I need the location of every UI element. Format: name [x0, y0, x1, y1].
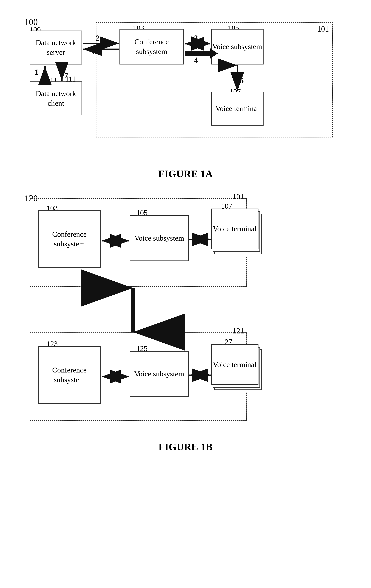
box-voice-terminal-1b-bottom: Voice terminal [211, 344, 263, 392]
box-voice-terminal-1b-top: Voice terminal [211, 209, 263, 256]
box-voice-subsystem-1b-top: Voice subsystem [130, 215, 189, 261]
figure-1b-diagram: 101 103 Conference subsystem 105 Voice s… [25, 193, 347, 431]
box-data-network-client: Data network client [30, 82, 82, 116]
figure-1b-container: 120 101 103 Conference subsystem 105 Voi… [25, 193, 347, 453]
box-voice-subsystem-1a: Voice subsystem [211, 29, 263, 64]
figure-1a-caption: FIGURE 1A [25, 168, 347, 180]
box-conference-subsystem-1a: Conference subsystem [120, 29, 184, 64]
box-voice-subsystem-1b-bottom: Voice subsystem [130, 351, 189, 397]
figure-1a-diagram: 101 109 Data network server 103 Conferen… [25, 17, 347, 161]
box-voice-terminal-1a-text: Voice terminal [215, 104, 259, 113]
stacked-voice-terminal-bottom: Voice terminal [211, 344, 263, 392]
svg-text:1: 1 [35, 68, 39, 76]
box-voice-terminal-1b-bottom-text: Voice terminal [213, 360, 256, 369]
figure-1b-caption: FIGURE 1B [25, 441, 347, 453]
page: 100 101 109 Data network server 103 Conf… [0, 0, 371, 480]
box-conference-subsystem-1a-text: Conference subsystem [120, 37, 183, 56]
svg-text:7: 7 [64, 71, 68, 80]
box-voice-subsystem-1b-top-text: Voice subsystem [134, 233, 184, 243]
label-101-top: 101 [232, 192, 244, 201]
box-voice-terminal-1a: Voice terminal [211, 92, 263, 126]
box-conference-subsystem-1b-top-text: Conference subsystem [39, 230, 100, 249]
box-data-network-client-text: Data network client [30, 89, 81, 108]
box-voice-terminal-1b-top-text: Voice terminal [213, 224, 256, 234]
label-121: 121 [232, 326, 244, 335]
box-voice-subsystem-1a-text: Voice subsystem [212, 42, 262, 52]
page-front-top: Voice terminal [211, 209, 259, 249]
box-conference-subsystem-1b-bottom: Conference subsystem [38, 346, 101, 404]
figure-1a-container: 100 101 109 Data network server 103 Conf… [25, 17, 347, 180]
box-conference-subsystem-1b-top: Conference subsystem [38, 210, 101, 268]
stacked-voice-terminal-top: Voice terminal [211, 209, 263, 256]
page-front-bottom: Voice terminal [211, 344, 259, 385]
box-data-network-server: Data network server [30, 31, 82, 64]
box-voice-subsystem-1b-bottom-text: Voice subsystem [134, 369, 184, 379]
label-101-1a: 101 [317, 24, 329, 33]
box-data-network-server-text: Data network server [30, 38, 81, 57]
box-conference-subsystem-1b-bottom-text: Conference subsystem [39, 365, 100, 385]
